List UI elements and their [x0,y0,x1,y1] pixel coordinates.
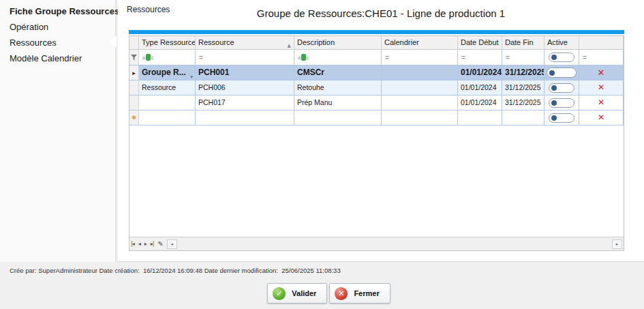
column-header-calendrier[interactable]: Calendrier [382,36,458,50]
cell-date-fin[interactable]: 31/12/2025 [502,65,545,80]
row-indicator [129,80,139,95]
cell-type-ressource[interactable] [139,111,196,126]
header-indicator-cell [129,36,139,50]
cell-date-fin[interactable] [502,111,545,126]
cell-ressource[interactable]: PCH001 [196,65,294,80]
hscroll-left-button[interactable]: ◂ [167,239,177,249]
cell-date-debut[interactable]: 01/01/2024 [458,80,502,95]
equals-filter-icon: = [583,54,587,61]
filter-cell-type-ressource[interactable]: ac [139,50,196,65]
active-toggle[interactable] [549,98,574,108]
delete-row-icon[interactable]: ✕ [598,80,604,95]
filter-cell-date-fin[interactable]: = [502,50,545,65]
cell-calendrier[interactable] [382,111,458,126]
filter-cell-description[interactable]: ac [294,50,382,65]
page-title: Groupe de Ressources:CHE01 - Ligne de pr… [118,8,644,19]
cell-description[interactable] [294,111,382,126]
nav-first-icon[interactable]: |◂ [131,241,134,247]
cell-delete: ✕ [579,65,624,80]
delete-row-icon[interactable]: ✕ [598,111,604,125]
sidebar-item-modele-calendrier[interactable]: Modèle Calendrier [0,50,115,66]
filter-cell-calendrier[interactable]: = [382,50,458,65]
column-header-type-ressource[interactable]: Type Ressource [139,36,196,50]
grid-header-row: Type Ressource Ressource▲ Description Ca… [129,36,624,50]
contains-filter-icon: ac [298,54,309,61]
cell-description[interactable]: Retouhe [294,80,382,95]
cell-date-fin[interactable]: 31/12/2025 [502,80,545,95]
row-focus-indicator: ▸ [129,65,139,80]
footer-buttons: ✓ Valider ✕ Fermer [7,283,644,304]
cell-ressource[interactable]: PCH006 [196,80,294,95]
resources-grid: Type Ressource Ressource▲ Description Ca… [129,35,624,251]
cell-date-debut[interactable] [458,111,502,126]
chevron-down-icon[interactable]: ▾ [190,70,193,80]
nav-last-icon[interactable]: ▸| [151,241,154,247]
row-indicator [129,95,139,111]
sidebar: Fiche Groupe Ressources Opération Ressou… [0,0,117,262]
filter-cell-actions[interactable]: = [579,50,624,65]
sidebar-item-fiche-groupe-ressources[interactable]: Fiche Groupe Ressources [0,3,115,19]
column-header-ressource[interactable]: Ressource▲ [196,36,294,50]
close-circle-icon: ✕ [335,287,348,300]
nav-next-icon[interactable]: ▸ [144,241,147,247]
cell-type-ressource[interactable]: Groupe R...▾ [139,65,196,80]
sidebar-item-operation[interactable]: Opération [0,19,115,35]
contains-filter-icon: ac [142,54,153,61]
cell-calendrier[interactable] [382,65,458,80]
valider-button[interactable]: ✓ Valider [267,283,327,304]
table-row[interactable]: Ressource PCH006 Retouhe 01/01/2024 31/1… [129,80,624,95]
new-row-icon: * [132,113,136,124]
cell-ressource[interactable] [196,111,294,126]
filter-cell-ressource[interactable]: = [196,50,294,65]
cell-ressource[interactable]: PCH017 [196,95,294,111]
new-row-indicator: * [129,111,139,126]
sidebar-item-ressources[interactable]: Ressources [0,35,115,50]
table-row[interactable]: PCH017 Prép Manu 01/01/2024 31/12/2025 ✕ [129,95,624,111]
fermer-button[interactable]: ✕ Fermer [329,283,390,304]
selected-item-notch [110,35,117,48]
active-toggle[interactable] [549,83,574,93]
cell-type-ressource[interactable] [139,95,196,111]
cell-date-fin[interactable]: 31/12/2025 [502,95,545,111]
cell-date-debut[interactable]: 01/01/2024 [458,95,502,111]
focused-row-arrow-icon: ▸ [132,70,136,76]
hscroll-right-button[interactable]: ▸ [612,239,622,249]
grid-navigator: |◂ ◂ ▸ ▸| ✎ ◂ ▸ [129,237,624,250]
column-header-date-debut[interactable]: Date Début [458,36,502,50]
grid-empty-area [129,126,624,238]
cell-calendrier[interactable] [382,95,458,111]
column-header-actions[interactable] [579,36,624,50]
filter-cell-active[interactable] [545,50,579,65]
active-toggle[interactable] [547,68,577,78]
main-panel: Ressources Groupe de Ressources:CHE01 - … [118,0,644,262]
cell-active [545,95,579,111]
cell-delete: ✕ [579,80,624,95]
delete-row-icon[interactable]: ✕ [598,95,604,110]
cell-date-debut[interactable]: 01/01/2024 [458,65,502,80]
column-header-active[interactable]: Active [545,36,579,50]
cell-delete: ✕ [579,111,624,126]
filter-cell-date-debut[interactable]: = [458,50,502,65]
active-filter-toggle[interactable] [549,53,574,62]
equals-filter-icon: = [199,54,203,61]
cell-active [545,65,579,80]
column-header-date-fin[interactable]: Date Fin [502,36,545,50]
cell-description[interactable]: Prép Manu [294,95,382,111]
cell-type-ressource[interactable]: Ressource [139,80,196,95]
cell-description[interactable]: CMSCr [294,65,382,80]
active-toggle[interactable] [549,113,574,123]
column-header-description[interactable]: Description [294,36,382,50]
sort-asc-icon: ▲ [288,40,291,50]
delete-row-icon[interactable]: ✕ [598,65,605,80]
check-circle-icon: ✓ [273,287,286,300]
record-meta-info: Crée par: SuperAdministrateur Date créat… [10,267,341,274]
cell-calendrier[interactable] [382,80,458,95]
nav-prev-icon[interactable]: ◂ [138,241,140,247]
cell-active [545,80,579,95]
equals-filter-icon: = [385,54,389,61]
equals-filter-icon: = [506,54,510,61]
table-row-new[interactable]: * ✕ [129,111,624,126]
edit-pencil-icon[interactable]: ✎ [157,240,162,248]
table-row[interactable]: ▸ Groupe R...▾ PCH001 CMSCr 01/01/2024 3… [129,65,624,80]
cell-active [545,111,579,126]
